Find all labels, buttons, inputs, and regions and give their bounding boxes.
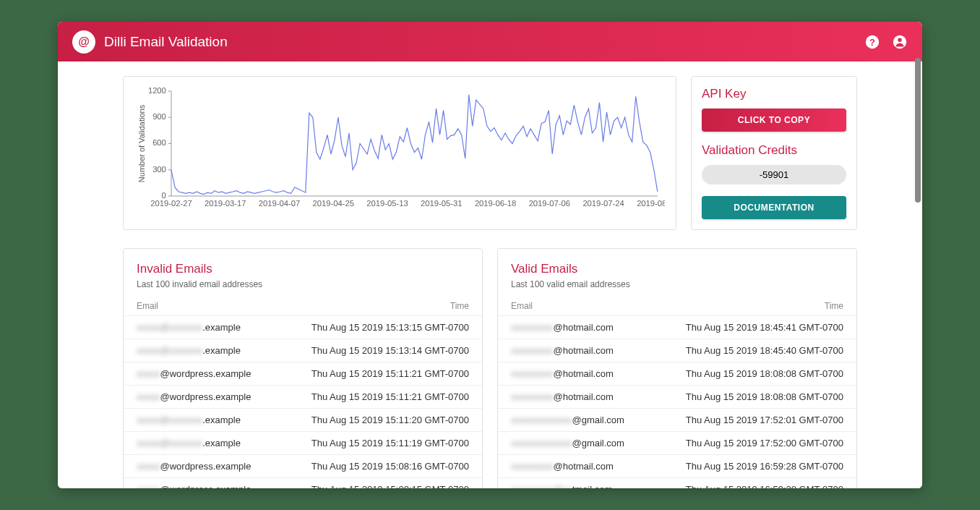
- time-cell: Thu Aug 15 2019 18:08:08 GMT-0700: [686, 391, 843, 402]
- time-cell: Thu Aug 15 2019 18:45:41 GMT-0700: [686, 322, 843, 333]
- time-cell: Thu Aug 15 2019 15:13:14 GMT-0700: [311, 345, 469, 356]
- table-row: xxxxx@wordpress.exampleThu Aug 15 2019 1…: [124, 385, 482, 408]
- email-cell: xxxxx@xxxxxxx.example: [137, 345, 311, 356]
- col-header-email: Email: [511, 301, 825, 311]
- email-cell: xxxxxxxxx@hotmail.com: [511, 345, 686, 356]
- side-panel: API Key CLICK TO COPY Validation Credits…: [691, 76, 857, 230]
- email-cell: xxxxx@xxxxxxx.example: [137, 415, 311, 425]
- email-cell: xxxxx@wordpress.example: [137, 484, 311, 488]
- documentation-button[interactable]: DOCUMENTATION: [702, 196, 846, 219]
- api-key-title: API Key: [702, 87, 846, 101]
- table-row: xxxxx@wordpress.exampleThu Aug 15 2019 1…: [124, 454, 482, 477]
- email-cell: xxxxxxxxxxxxx@gmail.com: [511, 438, 686, 449]
- time-cell: Thu Aug 15 2019 15:11:21 GMT-0700: [311, 391, 469, 402]
- email-cell: xxxxx@wordpress.example: [137, 368, 311, 379]
- time-cell: Thu Aug 15 2019 18:08:08 GMT-0700: [686, 368, 843, 379]
- copy-api-key-button[interactable]: CLICK TO COPY: [702, 109, 846, 132]
- credits-value: -59901: [702, 165, 846, 184]
- table-row: xxxxx@wordpress.exampleThu Aug 15 2019 1…: [124, 362, 482, 385]
- validations-chart: 03006009001200Number of Validations2019-…: [123, 76, 676, 230]
- table-row: xxxxx@xxxxxxx.exampleThu Aug 15 2019 15:…: [124, 431, 482, 454]
- col-header-time: Time: [450, 301, 469, 311]
- table-row: xxxxx@xxxxxxx.exampleThu Aug 15 2019 15:…: [124, 315, 482, 339]
- content: 03006009001200Number of Validations2019-…: [58, 61, 922, 488]
- svg-text:2019-02-27: 2019-02-27: [150, 199, 192, 208]
- email-cell: xxxxxxxxx@hotmail.com: [511, 461, 686, 472]
- svg-text:2019-07-24: 2019-07-24: [583, 199, 624, 208]
- time-cell: Thu Aug 15 2019 15:11:19 GMT-0700: [311, 438, 469, 449]
- app-window: @ Dilli Email Validation ? 0300600900120…: [58, 22, 922, 488]
- col-header-time: Time: [825, 301, 843, 311]
- email-cell: xxxxx@xxxxxxx.example: [137, 322, 311, 333]
- invalid-subtitle: Last 100 invalid email addresses: [124, 279, 482, 297]
- time-cell: Thu Aug 15 2019 16:59:28 GMT-0700: [686, 461, 843, 472]
- topbar: @ Dilli Email Validation ?: [58, 22, 922, 61]
- time-cell: Thu Aug 15 2019 18:45:40 GMT-0700: [686, 345, 843, 356]
- time-cell: Thu Aug 15 2019 15:11:21 GMT-0700: [311, 368, 469, 379]
- svg-text:2019-04-25: 2019-04-25: [313, 199, 354, 208]
- svg-text:1200: 1200: [148, 86, 166, 95]
- email-cell: xxxxxxxxx@hotmail.com: [511, 322, 686, 333]
- svg-text:300: 300: [152, 165, 166, 174]
- svg-text:?: ?: [869, 36, 875, 47]
- time-cell: Thu Aug 15 2019 16:59:28 GMT-0700: [686, 484, 843, 488]
- table-row: xxxxxxxxxxxxx@gmail.comThu Aug 15 2019 1…: [498, 408, 856, 431]
- table-row: xxxxx@xxxxxxx.exampleThu Aug 15 2019 15:…: [124, 408, 482, 431]
- valid-title: Valid Emails: [498, 262, 856, 276]
- table-row: xxxxxxxxx@hotmail.comThu Aug 15 2019 18:…: [498, 362, 856, 385]
- time-cell: Thu Aug 15 2019 15:08:16 GMT-0700: [311, 461, 469, 472]
- time-cell: Thu Aug 15 2019 15:11:20 GMT-0700: [311, 415, 469, 425]
- table-row: xxxxxxxxx@hotmail.comThu Aug 15 2019 18:…: [498, 385, 856, 408]
- app-logo: @: [72, 30, 95, 54]
- svg-text:2019-05-31: 2019-05-31: [421, 199, 462, 208]
- svg-text:2019-06-18: 2019-06-18: [475, 199, 516, 208]
- svg-point-3: [898, 38, 902, 42]
- time-cell: Thu Aug 15 2019 15:08:15 GMT-0700: [311, 484, 469, 488]
- svg-text:2019-07-06: 2019-07-06: [529, 199, 570, 208]
- help-icon[interactable]: ?: [864, 34, 880, 50]
- table-row: xxxxxxxxx@hotmail.comThu Aug 15 2019 18:…: [498, 339, 856, 362]
- svg-text:900: 900: [152, 112, 166, 121]
- svg-text:2019-05-13: 2019-05-13: [366, 199, 408, 208]
- table-row: xxxxxxxxxxxxx@gmail.comThu Aug 15 2019 1…: [498, 431, 856, 454]
- table-row: xxxxxxxxx@xxtmail.comThu Aug 15 2019 16:…: [498, 477, 856, 488]
- email-cell: xxxxxxxxx@xxtmail.com: [511, 484, 686, 488]
- svg-text:600: 600: [152, 139, 166, 148]
- email-cell: xxxxxxxxx@hotmail.com: [511, 368, 686, 379]
- time-cell: Thu Aug 15 2019 17:52:00 GMT-0700: [686, 438, 843, 449]
- email-cell: xxxxx@wordpress.example: [137, 461, 311, 472]
- svg-text:2019-03-17: 2019-03-17: [205, 199, 246, 208]
- col-header-email: Email: [137, 301, 450, 311]
- email-cell: xxxxx@wordpress.example: [137, 391, 311, 402]
- table-row: xxxxxxxxx@hotmail.comThu Aug 15 2019 18:…: [498, 315, 856, 339]
- table-row: xxxxx@xxxxxxx.exampleThu Aug 15 2019 15:…: [124, 339, 482, 362]
- app-title: Dilli Email Validation: [104, 34, 864, 50]
- invalid-title: Invalid Emails: [124, 262, 482, 276]
- valid-emails-card: Valid Emails Last 100 valid email addres…: [497, 248, 857, 488]
- svg-text:Number of Validations: Number of Validations: [137, 104, 146, 182]
- email-cell: xxxxxxxxx@hotmail.com: [511, 391, 686, 402]
- time-cell: Thu Aug 15 2019 15:13:15 GMT-0700: [311, 322, 469, 333]
- email-cell: xxxxxxxxxxxxx@gmail.com: [511, 415, 686, 425]
- table-row: xxxxx@wordpress.exampleThu Aug 15 2019 1…: [124, 477, 482, 488]
- account-icon[interactable]: [892, 34, 908, 50]
- time-cell: Thu Aug 15 2019 17:52:01 GMT-0700: [686, 415, 843, 425]
- scrollbar[interactable]: [915, 58, 921, 203]
- svg-text:2019-04-07: 2019-04-07: [259, 199, 300, 208]
- svg-text:2019-08-16: 2019-08-16: [637, 199, 665, 208]
- invalid-emails-card: Invalid Emails Last 100 invalid email ad…: [123, 248, 483, 488]
- table-row: xxxxxxxxx@hotmail.comThu Aug 15 2019 16:…: [498, 454, 856, 477]
- credits-title: Validation Credits: [702, 143, 846, 158]
- email-cell: xxxxx@xxxxxxx.example: [137, 438, 311, 449]
- valid-subtitle: Last 100 valid email addresses: [498, 279, 856, 297]
